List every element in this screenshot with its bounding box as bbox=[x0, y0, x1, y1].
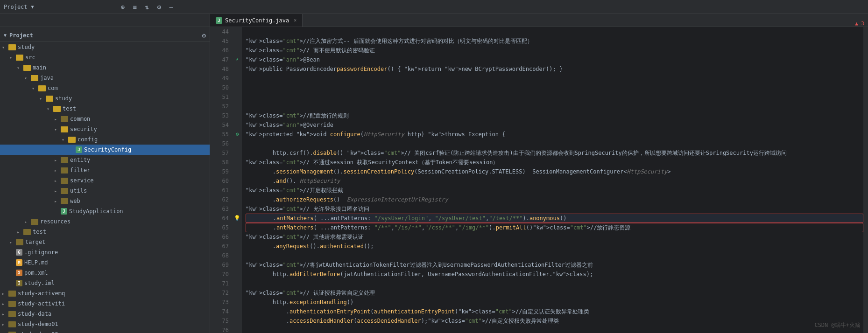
tree-item-security[interactable]: ▾security bbox=[0, 124, 210, 134]
code-line-49[interactable] bbox=[246, 74, 863, 83]
project-settings-icon[interactable]: ⚙ bbox=[202, 32, 206, 39]
minimize-icon[interactable]: — bbox=[167, 2, 176, 12]
tree-label: main bbox=[33, 64, 46, 71]
folder-icon bbox=[23, 229, 31, 235]
tree-item-securityconfig[interactable]: JSecurityConfig bbox=[0, 145, 210, 155]
editor-content[interactable]: 4445464748495051525354555657585960616263… bbox=[210, 27, 868, 333]
code-line-58[interactable]: "kw">class="cmt">// 不通过session 获取Securit… bbox=[246, 158, 863, 167]
code-line-63[interactable]: "kw">class="cmt">// 允许登录接口匿名访问 bbox=[246, 204, 863, 214]
code-line-64[interactable]: .antMatchers( ...antPatterns: "/sysUser/… bbox=[246, 214, 863, 223]
line-number-76: 76 bbox=[210, 326, 229, 333]
code-editor[interactable]: "kw">class="cmt">//注入加密方式-- 后面就会使用这种方式进行… bbox=[242, 27, 863, 333]
tree-item-main[interactable]: ▾main bbox=[0, 62, 210, 73]
gutter-61 bbox=[233, 186, 242, 195]
tree-item-study-activemq[interactable]: ▸study-activemq bbox=[0, 288, 210, 298]
code-line-56[interactable] bbox=[246, 139, 863, 148]
tree-item-java[interactable]: ▾java bbox=[0, 73, 210, 83]
tree-item-resources[interactable]: ▸resources bbox=[0, 216, 210, 227]
list-icon[interactable]: ≡ bbox=[130, 2, 140, 12]
structure-icon[interactable]: ⊕ bbox=[118, 2, 127, 12]
tree-item-utils[interactable]: ▸utils bbox=[0, 186, 210, 196]
tree-item-target[interactable]: ▸target bbox=[0, 237, 210, 247]
tree-item-helpmd[interactable]: MHELP.md bbox=[0, 257, 210, 268]
tree-item-study-demo01[interactable]: ▸study-demo01 bbox=[0, 319, 210, 329]
code-line-72[interactable]: "kw">class="cmt">// 认证授权异常自定义处理 bbox=[246, 288, 863, 298]
tree-item-study-data[interactable]: ▸study-data bbox=[0, 309, 210, 319]
tree-item-common[interactable]: ▸common bbox=[0, 114, 210, 124]
editor-area: 4445464748495051525354555657585960616263… bbox=[210, 27, 868, 333]
error-badge: ▲ 3 bbox=[855, 21, 868, 27]
gear-icon[interactable]: ⚙ bbox=[155, 2, 164, 12]
tree-item-pomxml[interactable]: Xpom.xml bbox=[0, 268, 210, 278]
line-number-51: 51 bbox=[210, 92, 229, 102]
tree-item-service[interactable]: ▸service bbox=[0, 175, 210, 186]
folder-arrow-closed: ▸ bbox=[2, 322, 8, 327]
code-line-71[interactable] bbox=[246, 279, 863, 288]
code-line-73[interactable]: http.exceptionHandling() bbox=[246, 298, 863, 307]
line-number-67: 67 bbox=[210, 242, 229, 251]
code-line-60[interactable]: .and(). HttpSecurity bbox=[246, 176, 863, 186]
tree-item-study-demo02[interactable]: ▸study-demo02 bbox=[0, 329, 210, 333]
code-line-55[interactable]: "kw">protected "kw">void configure(HttpS… bbox=[246, 130, 863, 139]
sort-icon[interactable]: ⇅ bbox=[142, 2, 152, 12]
right-stripe bbox=[863, 27, 868, 333]
code-line-51[interactable] bbox=[246, 92, 863, 102]
code-line-62[interactable]: .authorizeRequests() ExpressionIntercept… bbox=[246, 195, 863, 204]
line-number-56: 56 bbox=[210, 139, 229, 148]
tab-bar: J SecurityConfig.java × ▲ 3 bbox=[0, 14, 868, 27]
tab-close-button[interactable]: × bbox=[294, 18, 296, 23]
project-dropdown-label[interactable]: Project bbox=[4, 4, 28, 10]
line-numbers: 4445464748495051525354555657585960616263… bbox=[210, 27, 233, 333]
code-line-59[interactable]: .sessionManagement().sessionCreationPoli… bbox=[246, 167, 863, 176]
code-line-47[interactable]: "kw">class="ann">@Bean bbox=[246, 55, 863, 64]
code-line-50[interactable] bbox=[246, 83, 863, 92]
code-line-57[interactable]: http.csrf().disable() "kw">class="cmt">/… bbox=[246, 148, 863, 158]
tree-label: src bbox=[25, 54, 35, 61]
tree-item-test[interactable]: ▾test bbox=[0, 104, 210, 114]
code-line-76[interactable] bbox=[246, 326, 863, 333]
code-line-61[interactable]: "kw">class="cmt">//开启权限拦截 bbox=[246, 186, 863, 195]
tree-item-studyiml[interactable]: Istudy.iml bbox=[0, 278, 210, 288]
gutter-67 bbox=[233, 242, 242, 251]
folder-arrow-closed: ▸ bbox=[2, 301, 8, 306]
code-line-74[interactable]: .authenticationEntryPoint(authentication… bbox=[246, 307, 863, 316]
code-line-54[interactable]: "kw">class="ann">@Override bbox=[246, 120, 863, 130]
code-line-53[interactable]: "kw">class="cmt">//配置放行的规则 bbox=[246, 111, 863, 120]
tree-item-entity[interactable]: ▸entity bbox=[0, 155, 210, 165]
tab-label: SecurityConfig.java bbox=[225, 17, 289, 24]
code-line-75[interactable]: .accessDeniedHandler(accessDeniedHandler… bbox=[246, 316, 863, 326]
code-line-52[interactable] bbox=[246, 102, 863, 111]
tree-label: HELP.md bbox=[24, 259, 48, 266]
code-line-68[interactable] bbox=[246, 251, 863, 260]
folder-arrow-closed: ▸ bbox=[54, 158, 61, 163]
line-number-59: 59 bbox=[210, 167, 229, 176]
tree-item-com[interactable]: ▾com bbox=[0, 83, 210, 93]
code-line-67[interactable]: .anyRequest().authenticated(); bbox=[246, 242, 863, 251]
code-line-44[interactable] bbox=[246, 27, 863, 36]
tab-securityconfig[interactable]: J SecurityConfig.java × bbox=[210, 14, 303, 27]
tree-item-config[interactable]: ▾config bbox=[0, 134, 210, 145]
folder-icon bbox=[31, 219, 38, 225]
tree-item-studyapp[interactable]: JStudyApplication bbox=[0, 206, 210, 216]
code-line-69[interactable]: "kw">class="cmt">//将jwtAuthenticationTok… bbox=[246, 260, 863, 270]
tree-item-test2[interactable]: ▸test bbox=[0, 227, 210, 237]
tree-item-study2[interactable]: ▾study bbox=[0, 93, 210, 104]
code-line-65[interactable]: .antMatchers( ...antPatterns: "/**","/is… bbox=[246, 223, 863, 232]
tree-item-gitignore[interactable]: G.gitignore bbox=[0, 247, 210, 257]
code-line-46[interactable]: "kw">class="cmt">// 而不使用默认的密码验证 bbox=[246, 46, 863, 55]
tree-label: web bbox=[70, 198, 80, 204]
project-sidebar[interactable]: ▼ Project ⚙ ▾study▾src▾main▾java▾com▾stu… bbox=[0, 27, 210, 333]
tree-item-web[interactable]: ▸web bbox=[0, 196, 210, 206]
code-line-66[interactable]: "kw">class="cmt">// 其他请求都需要认证 bbox=[246, 232, 863, 242]
code-line-48[interactable]: "kw">public PasswordEncoder passwordEnco… bbox=[246, 64, 863, 74]
gutter-53 bbox=[233, 111, 242, 120]
tree-item-study[interactable]: ▾study bbox=[0, 42, 210, 52]
tree-label: common bbox=[70, 116, 90, 122]
project-dropdown-arrow[interactable]: ▼ bbox=[31, 4, 34, 9]
tree-item-study-activiti[interactable]: ▸study-activiti bbox=[0, 298, 210, 309]
folder-arrow-open: ▾ bbox=[39, 96, 46, 101]
tree-item-filter[interactable]: ▸filter bbox=[0, 165, 210, 175]
tree-item-src[interactable]: ▾src bbox=[0, 52, 210, 62]
code-line-45[interactable]: "kw">class="cmt">//注入加密方式-- 后面就会使用这种方式进行… bbox=[246, 36, 863, 46]
code-line-70[interactable]: http.addFilterBefore(jwtAuthenticationFi… bbox=[246, 270, 863, 279]
